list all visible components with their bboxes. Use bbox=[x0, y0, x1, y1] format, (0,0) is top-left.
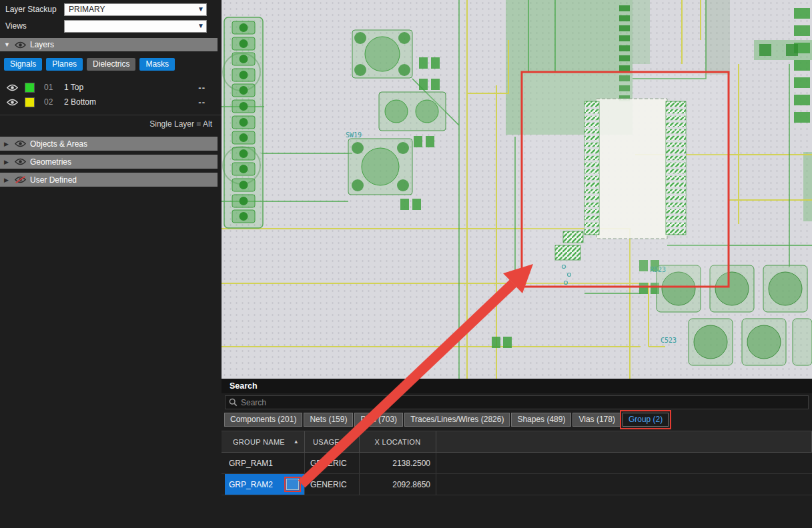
cell-x-location[interactable]: 2092.8650 bbox=[360, 474, 436, 495]
dielectrics-filter-button[interactable]: Dielectrics bbox=[87, 58, 135, 71]
cell-group-name[interactable]: GRP_RAM2 bbox=[225, 474, 305, 495]
triangle-right-icon: ▶ bbox=[4, 159, 11, 165]
row-checkbox[interactable] bbox=[286, 479, 299, 490]
tab-components[interactable]: Components (201) bbox=[224, 413, 302, 427]
tab-shapes[interactable]: Shapes (489) bbox=[511, 413, 571, 427]
column-header-filler bbox=[436, 431, 812, 452]
views-dropdown[interactable]: ▼ bbox=[64, 20, 207, 33]
switch-component[interactable] bbox=[352, 30, 412, 78]
layer-row-bottom[interactable]: 02 2 Bottom -- bbox=[0, 95, 222, 109]
table-header-row: GROUP NAME ▲ USAGE X LOCATION bbox=[222, 431, 812, 453]
layer-filter-buttons: Signals Planes Dielectrics Masks bbox=[0, 51, 222, 76]
signals-filter-button[interactable]: Signals bbox=[4, 58, 42, 71]
layer-stackup-dropdown[interactable]: PRIMARY ▼ bbox=[64, 3, 207, 16]
layers-section-header[interactable]: ▼ Layers bbox=[0, 38, 218, 51]
triangle-right-icon: ▶ bbox=[4, 141, 11, 147]
search-tabs: Components (201) Nets (159) Pins (703) T… bbox=[222, 411, 812, 429]
eye-icon[interactable] bbox=[15, 41, 26, 49]
planes-filter-button[interactable]: Planes bbox=[46, 58, 83, 71]
layer-stackup-label: Layer Stackup bbox=[5, 5, 64, 14]
visibility-eye-icon[interactable] bbox=[7, 84, 18, 91]
search-results-table: GROUP NAME ▲ USAGE X LOCATION GRP_RAM1 G… bbox=[222, 431, 812, 495]
cell-x-location[interactable]: 2138.2500 bbox=[360, 453, 436, 473]
visibility-eye-icon[interactable] bbox=[7, 99, 18, 106]
search-icon bbox=[229, 398, 238, 407]
layer-number: 01 bbox=[44, 83, 59, 92]
search-panel: Search Components (201) Nets (159) Pins … bbox=[222, 379, 812, 528]
layers-sidebar: Layer Stackup PRIMARY ▼ Views ▼ ▼ Layers… bbox=[0, 0, 222, 528]
cell-filler bbox=[436, 453, 812, 473]
cell-group-name[interactable]: GRP_RAM1 bbox=[225, 453, 305, 473]
pcb-canvas[interactable]: SW19 R523 C523 bbox=[222, 0, 812, 379]
layer-name[interactable]: 2 Bottom bbox=[64, 97, 96, 107]
layer-name[interactable]: 1 Top bbox=[64, 83, 83, 92]
sort-asc-icon: ▲ bbox=[294, 439, 299, 445]
column-header-x-location[interactable]: X LOCATION bbox=[360, 431, 436, 452]
single-layer-note: Single Layer = Alt bbox=[0, 115, 222, 133]
eye-icon[interactable] bbox=[15, 158, 26, 165]
tab-traces[interactable]: Traces/Lines/Wires (2826) bbox=[404, 413, 510, 427]
tab-nets[interactable]: Nets (159) bbox=[304, 413, 353, 427]
refdes-label: SW19 bbox=[346, 131, 362, 139]
search-panel-title: Search bbox=[222, 379, 812, 393]
application-window: Layer Stackup PRIMARY ▼ Views ▼ ▼ Layers… bbox=[0, 0, 812, 528]
section-title: Geometries bbox=[30, 157, 71, 167]
geometries-section-header[interactable]: ▶ Geometries bbox=[0, 155, 218, 169]
section-title: User Defined bbox=[30, 175, 77, 185]
column-header-usage[interactable]: USAGE bbox=[305, 431, 360, 452]
layer-number: 02 bbox=[44, 97, 59, 107]
pcb-drawing[interactable]: SW19 R523 C523 bbox=[222, 0, 812, 379]
triangle-right-icon: ▶ bbox=[4, 177, 11, 183]
table-row[interactable]: GRP_RAM1 GENERIC 2138.2500 bbox=[222, 453, 812, 474]
two-pad-component[interactable] bbox=[379, 92, 446, 131]
section-title: Objects & Areas bbox=[30, 139, 87, 149]
zoom-highlight-rect bbox=[522, 72, 729, 287]
chevron-down-icon: ▼ bbox=[197, 23, 204, 29]
layers-section-title: Layers bbox=[30, 40, 54, 49]
search-input[interactable] bbox=[241, 398, 808, 407]
views-label: Views bbox=[5, 21, 64, 31]
table-row-selected[interactable]: GRP_RAM2 GENERIC 2092.8650 bbox=[222, 474, 812, 495]
tab-pins[interactable]: Pins (703) bbox=[354, 413, 403, 427]
objects-areas-section-header[interactable]: ▶ Objects & Areas bbox=[0, 137, 218, 151]
cell-usage[interactable]: GENERIC bbox=[305, 474, 360, 495]
eye-slash-icon[interactable] bbox=[15, 176, 26, 183]
eye-icon[interactable] bbox=[15, 140, 26, 147]
layer-color-swatch[interactable] bbox=[25, 97, 35, 107]
chevron-down-icon: ▼ bbox=[197, 6, 204, 13]
switch-component[interactable] bbox=[348, 139, 412, 195]
layer-row-top[interactable]: 01 1 Top -- bbox=[0, 80, 222, 95]
masks-filter-button[interactable]: Masks bbox=[139, 58, 175, 71]
layer-color-swatch[interactable] bbox=[25, 83, 35, 93]
cell-usage[interactable]: GENERIC bbox=[305, 453, 360, 473]
cell-filler bbox=[436, 474, 812, 495]
refdes-label: C523 bbox=[661, 337, 677, 344]
layer-list: 01 1 Top -- 02 2 Bottom -- bbox=[0, 76, 222, 109]
user-defined-section-header[interactable]: ▶ User Defined bbox=[0, 173, 218, 187]
search-input-container[interactable] bbox=[225, 395, 809, 409]
layer-extra-value[interactable]: -- bbox=[198, 97, 206, 107]
tab-vias[interactable]: Vias (178) bbox=[572, 413, 621, 427]
column-header-group-name[interactable]: GROUP NAME ▲ bbox=[225, 431, 305, 452]
tab-group[interactable]: Group (2) bbox=[623, 413, 669, 427]
layer-stackup-value: PRIMARY bbox=[69, 5, 105, 14]
edge-connector[interactable] bbox=[223, 17, 263, 228]
triangle-down-icon: ▼ bbox=[4, 41, 11, 48]
layer-extra-value[interactable]: -- bbox=[198, 83, 206, 93]
